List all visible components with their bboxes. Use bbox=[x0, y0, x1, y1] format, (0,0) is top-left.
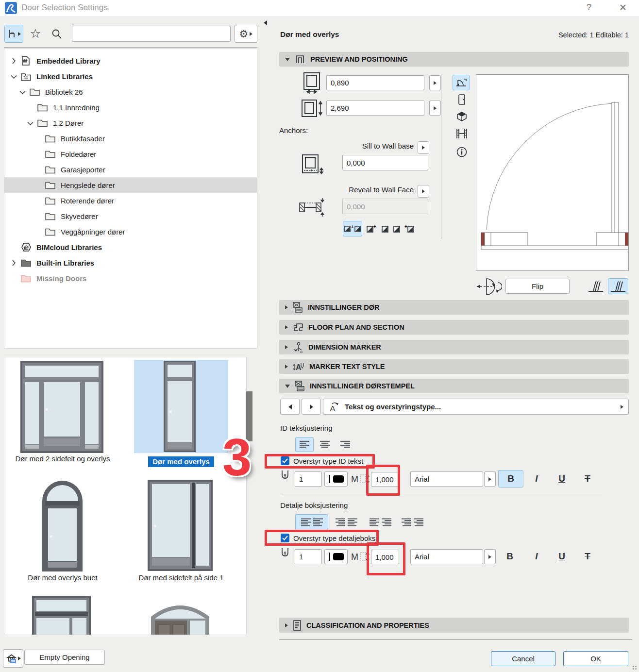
id-align-right-button[interactable] bbox=[336, 437, 354, 452]
id-pen-input[interactable] bbox=[295, 471, 322, 487]
detail-italic-button[interactable]: I bbox=[527, 549, 546, 564]
section-innstillinger-dorstempel[interactable]: INNSTILLINGER DØRSTEMPEL bbox=[279, 379, 629, 393]
stamp-page-selector[interactable]: A Tekst og overstyringstype... bbox=[323, 399, 629, 415]
detail-font-menu-button[interactable] bbox=[484, 549, 496, 564]
chevron-right-icon[interactable] bbox=[10, 57, 17, 65]
door-height-input[interactable] bbox=[326, 101, 424, 116]
paragraph-icon bbox=[370, 518, 379, 526]
favorites-button[interactable]: ☆ bbox=[27, 25, 44, 42]
sill-anchor-label: Sill to Wall base bbox=[311, 142, 414, 150]
section-dimension-marker[interactable]: DIMENSION MARKER bbox=[279, 340, 629, 354]
chevron-down-icon[interactable] bbox=[19, 89, 26, 95]
anchor-option-button-4[interactable] bbox=[391, 223, 402, 235]
preview-mode-3d-button[interactable] bbox=[454, 109, 470, 124]
width-options-button[interactable] bbox=[429, 75, 441, 90]
help-icon[interactable]: ? bbox=[582, 2, 596, 13]
tree-item-dorer[interactable]: 1.2 Dører bbox=[4, 115, 257, 131]
tree-item-hengslede-dorer[interactable]: Hengslede dører bbox=[4, 177, 257, 193]
swing-direction-left-button[interactable] bbox=[586, 278, 606, 294]
collapse-panel-icon[interactable] bbox=[264, 20, 267, 25]
id-font-menu-button[interactable] bbox=[484, 471, 496, 487]
resize-grip[interactable] bbox=[632, 665, 637, 670]
anchor-option-button-5[interactable]: + bbox=[403, 223, 416, 235]
tree-item-roterende-dorer[interactable]: Roterende dører bbox=[4, 193, 257, 208]
cancel-button[interactable]: Cancel bbox=[491, 651, 555, 666]
tree-item-missing-doors[interactable]: Missing Doors bbox=[4, 270, 257, 286]
sill-value-input[interactable] bbox=[342, 155, 428, 170]
id-italic-button[interactable]: I bbox=[527, 471, 546, 486]
thumbnail-door-overlys-buet[interactable] bbox=[42, 481, 83, 573]
settings-menu-button[interactable]: ⚙ bbox=[235, 25, 257, 43]
sill-anchor-menu-button[interactable] bbox=[418, 141, 429, 154]
detail-align-button-3[interactable] bbox=[365, 515, 395, 529]
section-classification-properties[interactable]: CLASSIFICATION AND PROPERTIES bbox=[279, 618, 629, 633]
preview-mode-plan-button[interactable] bbox=[453, 75, 470, 90]
detail-bold-button[interactable]: B bbox=[500, 549, 520, 564]
thumbnail-door-sidefelt-side1[interactable] bbox=[148, 480, 213, 572]
detail-strikethrough-button[interactable]: T bbox=[578, 549, 597, 564]
id-strikethrough-button[interactable]: T bbox=[578, 471, 597, 486]
stamp-page-next-button[interactable] bbox=[302, 399, 321, 415]
id-underline-button[interactable]: U bbox=[552, 471, 572, 486]
tree-item-foldedorer[interactable]: Foldedører bbox=[4, 146, 257, 162]
chevron-down-icon[interactable] bbox=[10, 73, 17, 80]
section-floor-plan-section[interactable]: FLOOR PLAN AND SECTION bbox=[279, 320, 629, 335]
preview-mode-section-button[interactable] bbox=[453, 126, 471, 141]
object-type-selector-button[interactable] bbox=[4, 25, 23, 43]
section-marker-text-style[interactable]: A MARKER TEXT STYLE bbox=[279, 359, 629, 374]
detail-align-button-4[interactable] bbox=[398, 515, 426, 529]
section-innstillinger-dor[interactable]: INNSTILLINGER DØR bbox=[279, 300, 629, 315]
tree-item-bimcloud-libraries[interactable]: BIMcloud Libraries bbox=[4, 239, 257, 255]
search-button[interactable] bbox=[49, 26, 65, 42]
search-input[interactable] bbox=[72, 26, 231, 42]
detail-align-button-2[interactable] bbox=[331, 515, 361, 529]
tree-item-linked-libraries[interactable]: Linked Libraries bbox=[4, 68, 257, 84]
chair-icon bbox=[7, 29, 17, 39]
door-width-input[interactable] bbox=[326, 75, 424, 90]
library-manager-button[interactable] bbox=[3, 649, 23, 668]
chevron-down-icon[interactable] bbox=[27, 120, 34, 126]
flyout-arrow-icon bbox=[18, 32, 21, 36]
detail-font-combo[interactable]: Arial bbox=[410, 549, 483, 564]
empty-opening-button[interactable]: Empty Opening bbox=[24, 650, 105, 665]
height-options-button[interactable] bbox=[429, 101, 441, 116]
detail-underline-button[interactable]: U bbox=[552, 549, 572, 564]
id-pen-color-button[interactable] bbox=[324, 471, 348, 487]
thumbnail-door-partial-1[interactable] bbox=[32, 596, 91, 635]
anchor-option-button-selected[interactable]: + bbox=[343, 221, 362, 236]
thumbnail-door-partial-2[interactable] bbox=[151, 599, 209, 635]
detail-pen-color-button[interactable] bbox=[324, 549, 348, 564]
close-icon[interactable]: ✕ bbox=[616, 2, 630, 13]
tree-item-skyvedorer[interactable]: Skyvedører bbox=[4, 208, 257, 224]
thumbnail-door-overlys-selected[interactable] bbox=[134, 360, 228, 453]
tree-item-bibliotek-26[interactable]: Bibliotek 26 bbox=[4, 84, 257, 100]
library-tree: Embedded Library Linked Libraries Biblio… bbox=[4, 48, 257, 349]
thumbnail-door-2-sidefelt-overlys[interactable] bbox=[20, 361, 103, 454]
tree-item-butikkfasader[interactable]: Butikkfasader bbox=[4, 131, 257, 146]
detail-pen-input[interactable] bbox=[295, 549, 322, 564]
door-preview-canvas[interactable] bbox=[476, 74, 629, 271]
section-preview-positioning[interactable]: PREVIEW AND POSITIONING bbox=[279, 52, 629, 67]
id-align-left-button[interactable] bbox=[295, 437, 314, 452]
swing-direction-right-button[interactable] bbox=[608, 278, 628, 294]
anchor-option-button-2[interactable]: + bbox=[365, 223, 378, 235]
preview-mode-elevation-button[interactable] bbox=[455, 92, 469, 107]
tree-item-built-in-libraries[interactable]: Built-in Libraries bbox=[4, 255, 257, 270]
app-logo-icon bbox=[5, 2, 17, 14]
tree-item-garasjeporter[interactable]: Garasjeporter bbox=[4, 162, 257, 177]
chevron-right-icon[interactable] bbox=[10, 259, 17, 267]
id-font-combo[interactable]: Arial bbox=[410, 471, 483, 487]
reveal-anchor-menu-button[interactable] bbox=[418, 185, 429, 198]
align-left-icon bbox=[299, 440, 310, 449]
detail-align-button-1[interactable] bbox=[295, 514, 328, 530]
tree-item-innredning[interactable]: 1.1 Innredning bbox=[4, 100, 257, 115]
id-bold-button[interactable]: B bbox=[498, 470, 523, 487]
tree-item-embedded-library[interactable]: Embedded Library bbox=[4, 53, 257, 68]
ok-button[interactable]: OK bbox=[563, 651, 628, 666]
stamp-page-prev-button[interactable] bbox=[280, 399, 300, 415]
tree-item-veggapninger-dorer[interactable]: Veggåpninger dører bbox=[4, 224, 257, 239]
preview-info-button[interactable] bbox=[454, 145, 469, 159]
anchor-option-button-3[interactable] bbox=[380, 223, 390, 235]
flip-button[interactable]: Flip bbox=[505, 279, 570, 294]
id-align-center-button[interactable] bbox=[316, 437, 334, 452]
